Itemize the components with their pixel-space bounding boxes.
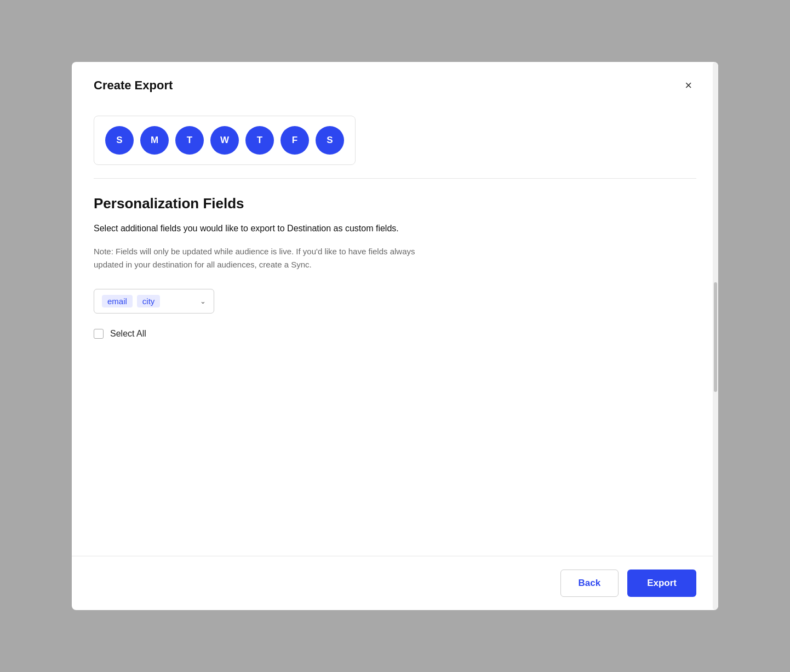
day-sunday[interactable]: S [105, 126, 134, 155]
day-saturday[interactable]: S [316, 126, 344, 155]
day-monday[interactable]: M [140, 126, 169, 155]
personalization-title: Personalization Fields [94, 195, 696, 212]
back-button[interactable]: Back [560, 570, 619, 597]
fields-dropdown[interactable]: email city ⌄ [94, 289, 214, 314]
days-section: S M T W T F S [94, 105, 696, 178]
modal-dialog: Create Export × S M T W T F S Personal [72, 62, 718, 610]
day-thursday[interactable]: T [245, 126, 274, 155]
personalization-note: Note: Fields will only be updated while … [94, 245, 422, 271]
modal-body: S M T W T F S Personalization Fields Sel… [72, 105, 718, 556]
close-button[interactable]: × [680, 77, 696, 94]
scrollbar[interactable] [713, 62, 718, 610]
day-tuesday[interactable]: T [175, 126, 204, 155]
day-wednesday[interactable]: W [210, 126, 239, 155]
section-divider [94, 178, 696, 179]
field-tag-email: email [102, 295, 133, 307]
modal-overlay: Create Export × S M T W T F S Personal [0, 0, 790, 672]
day-friday[interactable]: F [280, 126, 309, 155]
select-all-row: Select All [94, 329, 696, 339]
select-all-label[interactable]: Select All [110, 329, 146, 339]
field-tag-city: city [137, 295, 161, 307]
select-all-checkbox[interactable] [94, 329, 104, 339]
modal-title: Create Export [94, 78, 173, 93]
modal-header: Create Export × [72, 62, 718, 105]
scrollbar-thumb [714, 282, 717, 392]
export-button[interactable]: Export [627, 570, 696, 597]
personalization-section: Personalization Fields Select additional… [94, 195, 696, 361]
modal-footer: Back Export [72, 556, 718, 610]
chevron-down-icon: ⌄ [200, 297, 206, 305]
personalization-description: Select additional fields you would like … [94, 222, 696, 235]
days-container: S M T W T F S [94, 116, 356, 165]
